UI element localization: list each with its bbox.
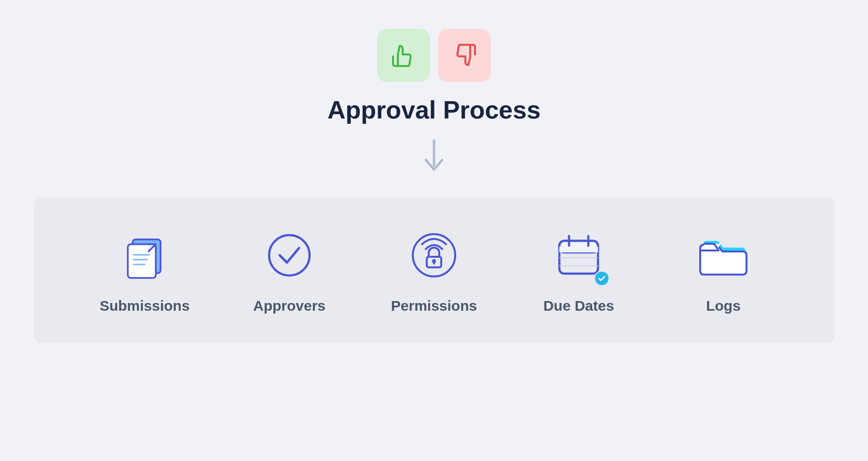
permissions-label: Permissions (391, 298, 477, 314)
card-due-dates[interactable]: Due Dates (506, 226, 651, 314)
approvers-icon (260, 226, 318, 284)
arrow-down-icon (422, 140, 446, 178)
logs-icon (694, 226, 752, 284)
card-submissions[interactable]: Submissions (72, 226, 217, 314)
due-dates-icon (550, 226, 608, 284)
approvers-label: Approvers (253, 298, 326, 314)
card-logs[interactable]: Logs (651, 226, 796, 314)
card-permissions[interactable]: Permissions (362, 226, 506, 314)
svg-rect-13 (559, 247, 598, 252)
calendar-check-badge (594, 271, 610, 286)
permissions-icon (405, 226, 463, 284)
submissions-icon (116, 226, 174, 284)
card-approvers[interactable]: Approvers (217, 226, 362, 314)
thumbs-up-icon (377, 29, 430, 82)
submissions-label: Submissions (100, 298, 190, 314)
svg-point-6 (269, 235, 310, 276)
svg-rect-10 (433, 262, 435, 264)
logs-label: Logs (706, 298, 741, 314)
page-title: Approval Process (327, 95, 541, 124)
svg-point-7 (413, 234, 455, 277)
approval-icons (377, 29, 491, 82)
thumbs-down-icon (438, 29, 491, 82)
cards-row: Submissions Approvers (34, 198, 834, 343)
due-dates-label: Due Dates (543, 298, 614, 314)
